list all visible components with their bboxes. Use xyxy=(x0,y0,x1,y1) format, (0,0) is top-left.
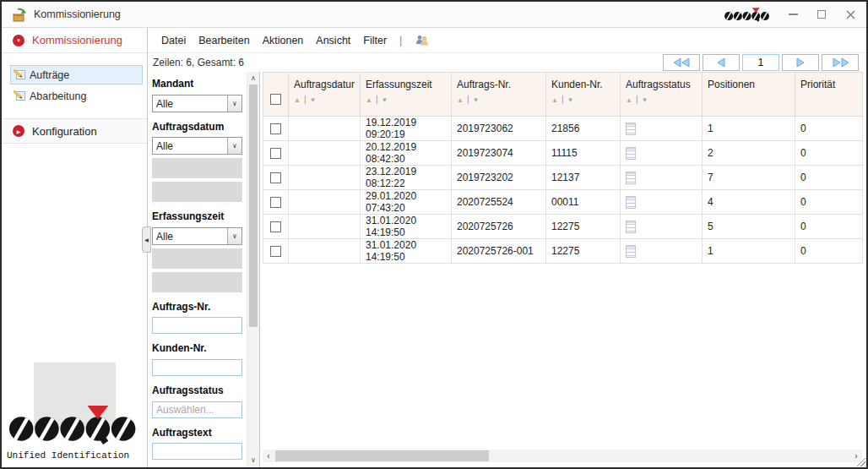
cell-auftrags-nr: 2019723062 xyxy=(452,117,546,141)
sort-controls: ▲|▼ xyxy=(457,96,540,104)
column-label: Erfassungszeit xyxy=(366,79,446,90)
column-header-kunden-nr[interactable]: Kunden-Nr.▲|▼ xyxy=(546,73,621,117)
row-checkbox[interactable] xyxy=(270,172,281,183)
filter-scrollbar-thumb[interactable] xyxy=(249,85,258,327)
sidebar-item-abarbeitung[interactable]: Abarbeitung xyxy=(10,86,143,106)
row-checkbox[interactable] xyxy=(270,197,281,208)
sidebar-section-konfiguration[interactable]: ▶ Konfiguration xyxy=(2,118,147,144)
cell-prioritat: 0 xyxy=(795,215,863,239)
sort-descending-icon[interactable]: ▼ xyxy=(310,97,317,104)
menu-item-bearbeiten[interactable]: Bearbeiten xyxy=(198,35,249,46)
row-checkbox[interactable] xyxy=(270,148,281,159)
column-header-erfassungszeit[interactable]: Erfassungszeit▲|▼ xyxy=(361,73,452,117)
cell-erfassungszeit: 31.01.2020 14:19:50 xyxy=(361,239,452,264)
cell-auftragsdatum xyxy=(289,239,361,264)
select-all-checkbox[interactable] xyxy=(270,94,281,105)
filter-label-auftragsstatus: Auftragsstatus xyxy=(152,384,243,398)
menu-item-ansicht[interactable]: Ansicht xyxy=(316,35,350,46)
chevron-down-icon: ∨ xyxy=(227,138,241,154)
filter-input-auftrags-nr[interactable] xyxy=(152,317,242,334)
users-icon[interactable] xyxy=(415,35,429,46)
menu-separator: | xyxy=(399,35,402,46)
scroll-down-icon[interactable]: ∨ xyxy=(247,455,259,466)
sort-separator: | xyxy=(304,95,307,104)
menubar: DateiBearbeitenAktionenAnsichtFilter | xyxy=(148,28,866,53)
last-page-button[interactable] xyxy=(822,54,859,71)
row-checkbox[interactable] xyxy=(270,221,281,232)
filter-input-auftragsstatus[interactable] xyxy=(152,401,242,418)
scroll-right-icon[interactable]: › xyxy=(850,450,862,462)
sort-descending-icon[interactable]: ▼ xyxy=(473,97,480,104)
row-select-cell xyxy=(263,239,289,264)
document-icon xyxy=(626,123,636,135)
next-page-button[interactable] xyxy=(782,54,819,71)
document-icon xyxy=(626,147,636,160)
sidebar: ▼ Kommissionierung AufträgeAbarbeitung ▶… xyxy=(2,28,148,467)
cell-kunden-nr: 21856 xyxy=(546,117,621,141)
column-header-auftragsdatum[interactable]: Auftragsdatum▲|▼ xyxy=(289,73,361,117)
date-range-box xyxy=(152,248,242,269)
filter-input-auftragstext[interactable] xyxy=(152,443,242,460)
menu-item-filter[interactable]: Filter xyxy=(363,35,387,46)
table-row: 20.12.2019 08:42:3020197230741111520 xyxy=(263,141,863,166)
filter-select-erfassungszeit[interactable]: Alle∨ xyxy=(152,227,242,245)
column-label: Kunden-Nr. xyxy=(551,79,615,90)
cell-prioritat: 0 xyxy=(795,239,863,264)
maximize-button[interactable] xyxy=(814,7,829,22)
minimize-button[interactable] xyxy=(785,7,800,22)
column-header-positionen: Positionen xyxy=(703,73,795,117)
row-select-cell xyxy=(263,190,289,215)
column-header-auftragsstatus[interactable]: Auftragsstatus▲|▼ xyxy=(621,73,703,117)
cell-auftragsstatus xyxy=(621,239,703,264)
filter-panel: MandantAlle∨AuftragsdatumAlle∨Erfassungs… xyxy=(148,72,247,467)
cell-auftrags-nr: 2020725726-001 xyxy=(452,239,546,264)
sort-separator: | xyxy=(561,95,564,104)
cell-kunden-nr: 12275 xyxy=(546,215,621,239)
cell-auftragsstatus xyxy=(621,215,703,239)
filter-select-auftragsdatum[interactable]: Alle∨ xyxy=(152,137,242,155)
sidebar-section-kommissionierung[interactable]: ▼ Kommissionierung xyxy=(2,28,147,53)
table-h-scrollbar-thumb[interactable] xyxy=(275,450,489,461)
sort-ascending-icon[interactable]: ▲ xyxy=(366,97,372,104)
column-header-prioritat: Priorität xyxy=(795,73,863,117)
table-h-scrollbar[interactable]: ‹ › xyxy=(263,450,862,462)
filter-select-mandant[interactable]: Alle∨ xyxy=(152,95,242,112)
column-header-auftrags-nr[interactable]: Auftrags-Nr.▲|▼ xyxy=(452,73,546,117)
menu-item-aktionen[interactable]: Aktionen xyxy=(263,35,304,46)
cell-auftragsdatum xyxy=(289,141,361,166)
column-label: Auftragsstatus xyxy=(626,79,697,90)
sort-separator: | xyxy=(376,95,378,104)
first-page-button[interactable] xyxy=(663,54,700,71)
menu-item-datei[interactable]: Datei xyxy=(161,35,186,46)
close-button[interactable] xyxy=(843,7,858,22)
row-checkbox[interactable] xyxy=(270,246,281,257)
sort-ascending-icon[interactable]: ▲ xyxy=(626,97,632,104)
column-label: Priorität xyxy=(800,79,857,90)
sort-controls: ▲|▼ xyxy=(366,96,446,104)
sidebar-items: AufträgeAbarbeitung xyxy=(2,53,147,112)
cell-auftrags-nr: 2020725524 xyxy=(452,190,546,215)
cell-positionen: 1 xyxy=(703,239,795,264)
scroll-up-icon[interactable]: ∧ xyxy=(247,73,259,85)
prev-page-button[interactable] xyxy=(703,54,740,71)
sort-ascending-icon[interactable]: ▲ xyxy=(294,97,301,104)
sidebar-section-label: Konfiguration xyxy=(32,125,97,138)
sort-controls: ▲|▼ xyxy=(551,96,615,104)
row-checkbox[interactable] xyxy=(270,123,281,134)
package-icon xyxy=(10,8,27,22)
sort-descending-icon[interactable]: ▼ xyxy=(642,97,648,104)
page-number-input[interactable]: 1 xyxy=(742,54,779,71)
sort-ascending-icon[interactable]: ▲ xyxy=(551,97,558,104)
sort-descending-icon[interactable]: ▼ xyxy=(382,97,388,104)
filter-input-kunden-nr[interactable] xyxy=(152,359,242,376)
sidebar-item-auftrage[interactable]: Aufträge xyxy=(10,65,143,85)
scroll-left-icon[interactable]: ‹ xyxy=(263,450,274,462)
cell-auftragsdatum xyxy=(289,166,361,190)
select-all-header xyxy=(263,73,289,117)
sort-descending-icon[interactable]: ▼ xyxy=(567,97,574,104)
panel-collapse-handle[interactable]: ◀ xyxy=(142,226,151,253)
cell-auftrags-nr: 2019723074 xyxy=(452,141,546,166)
sort-ascending-icon[interactable]: ▲ xyxy=(457,97,464,104)
filter-label-kunden-nr: Kunden-Nr. xyxy=(152,342,243,356)
filter-scrollbar[interactable]: ∧ ∨ xyxy=(247,72,259,467)
